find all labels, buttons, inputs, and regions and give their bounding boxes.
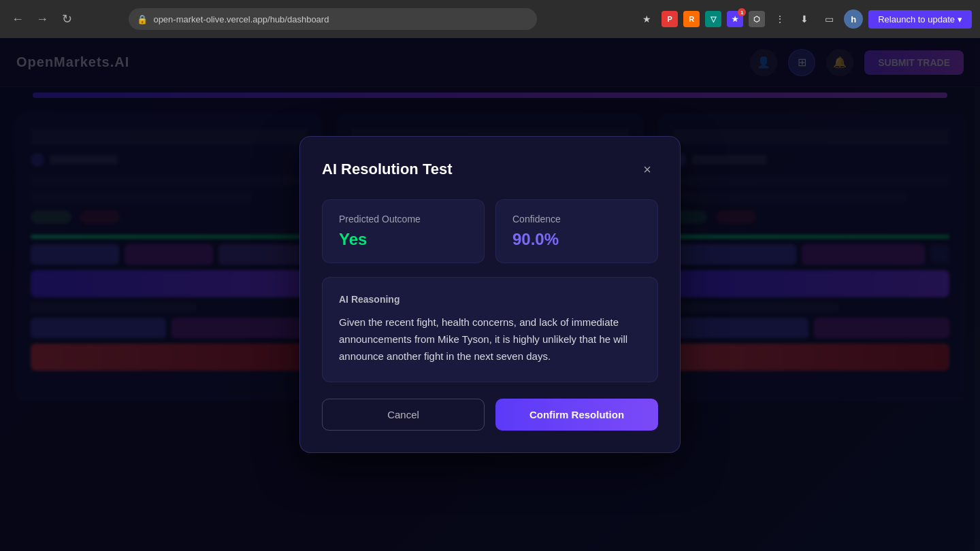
confidence-card: Confidence 90.0% xyxy=(495,199,658,263)
forward-button[interactable]: → xyxy=(33,10,52,29)
profile-avatar[interactable]: h xyxy=(844,10,863,29)
sidebar-button[interactable]: ▭ xyxy=(819,10,838,29)
relaunch-button[interactable]: Relaunch to update ▾ xyxy=(868,10,972,29)
ext-icon-2: R xyxy=(683,11,700,27)
ext-icon-4: ★1 xyxy=(727,11,743,27)
reasoning-text: Given the recent fight, health concerns,… xyxy=(339,314,641,365)
modal-header: AI Resolution Test × xyxy=(322,158,658,180)
ext-icon-3: ▽ xyxy=(705,11,721,27)
address-bar[interactable]: 🔒 open-market-olive.vercel.app/hub/dashb… xyxy=(129,8,537,30)
relaunch-chevron: ▾ xyxy=(958,14,962,24)
info-cards-row: Predicted Outcome Yes Confidence 90.0% xyxy=(322,199,658,263)
predicted-outcome-card: Predicted Outcome Yes xyxy=(322,199,485,263)
reasoning-label: AI Reasoning xyxy=(339,294,641,305)
app-background: OpenMarkets.AI 👤 ⊞ 🔔 SUBMIT TRADE xyxy=(0,38,980,551)
modal-overlay: AI Resolution Test × Predicted Outcome Y… xyxy=(0,38,980,551)
confirm-resolution-button[interactable]: Confirm Resolution xyxy=(495,399,658,431)
modal-actions: Cancel Confirm Resolution xyxy=(322,399,658,431)
relaunch-label: Relaunch to update xyxy=(878,14,955,24)
confidence-label: Confidence xyxy=(512,214,641,224)
reasoning-card: AI Reasoning Given the recent fight, hea… xyxy=(322,277,658,382)
url-text: open-market-olive.vercel.app/hub/dashboa… xyxy=(153,14,329,24)
extensions-button[interactable]: ⋮ xyxy=(770,10,789,29)
cancel-button[interactable]: Cancel xyxy=(322,399,485,431)
ext-icon-1: P xyxy=(662,11,678,27)
browser-extension-icons: ★ P R ▽ ★1 ⬡ ⋮ ⬇ ▭ h Relaunch to update … xyxy=(637,10,972,29)
predicted-outcome-label: Predicted Outcome xyxy=(339,214,468,224)
lock-icon: 🔒 xyxy=(137,14,148,24)
back-button[interactable]: ← xyxy=(8,10,27,29)
refresh-button[interactable]: ↻ xyxy=(57,10,76,29)
browser-chrome: ← → ↻ 🔒 open-market-olive.vercel.app/hub… xyxy=(0,0,980,38)
ext-icon-5: ⬡ xyxy=(749,11,765,27)
modal-close-button[interactable]: × xyxy=(636,158,658,180)
download-button[interactable]: ⬇ xyxy=(795,10,814,29)
modal-title: AI Resolution Test xyxy=(322,161,453,178)
ai-resolution-modal: AI Resolution Test × Predicted Outcome Y… xyxy=(299,136,681,452)
predicted-outcome-value: Yes xyxy=(339,230,468,249)
star-button[interactable]: ★ xyxy=(637,10,656,29)
confidence-value: 90.0% xyxy=(512,230,641,249)
